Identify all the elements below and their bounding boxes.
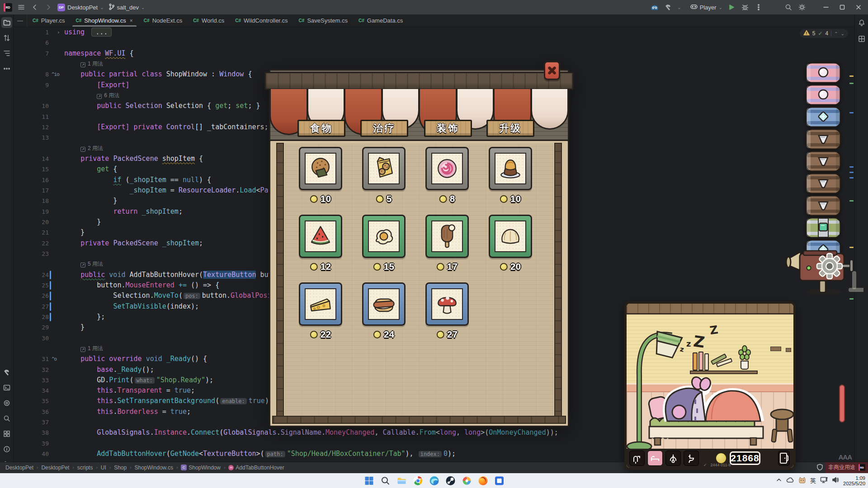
shop-item-cheese[interactable]	[299, 282, 342, 326]
project-widget[interactable]: DP DesktopPet ⌄	[57, 4, 104, 11]
taskbar-tsearch-icon[interactable]	[380, 475, 391, 487]
left-rail-target-icon[interactable]	[1, 398, 12, 408]
breadcrumb-item[interactable]: C ShopWindow	[181, 465, 221, 471]
breadcrumb-item[interactable]: m AddTabButtonHover	[228, 465, 284, 471]
file-tab-gamedata-cs[interactable]: C#GameData.cs	[353, 14, 408, 27]
chest-blue[interactable]	[805, 106, 842, 130]
shop-tab-4[interactable]: 升级	[486, 120, 534, 137]
file-tab-world-cs[interactable]: C#World.cs	[188, 14, 230, 27]
gutter-override-icon[interactable]: ^o	[52, 354, 57, 364]
godot-editor-icon[interactable]	[650, 3, 659, 12]
shop-item-cookie-bag[interactable]	[362, 147, 406, 190]
chest-pink[interactable]	[805, 62, 842, 85]
left-rail-search-icon[interactable]	[1, 413, 12, 424]
chest-brown[interactable]	[805, 128, 842, 152]
taskbar-chrome-icon[interactable]	[412, 475, 424, 487]
network-display-icon[interactable]	[820, 477, 828, 485]
chest-brown[interactable]	[805, 150, 842, 174]
taskbar-blueapp-icon[interactable]	[494, 475, 505, 487]
usage-count-label[interactable]: 1 用法	[88, 61, 103, 67]
taskbar-win-icon[interactable]	[363, 475, 375, 487]
shop-item-hotdog[interactable]	[362, 282, 406, 326]
shop-tab-3[interactable]: 装饰	[424, 120, 472, 137]
chest-brown[interactable]	[805, 195, 842, 218]
shop-tab-1[interactable]: 食物	[297, 120, 345, 137]
left-rail-folder-icon[interactable]	[1, 17, 12, 28]
shop-item-watermelon[interactable]	[299, 215, 342, 258]
usage-count-label[interactable]: 6 用法	[104, 92, 119, 99]
pet-tool-bed[interactable]	[647, 450, 663, 466]
journal-door-button[interactable]	[778, 450, 790, 466]
breadcrumb-item[interactable]: DesktopPet	[41, 465, 69, 471]
pet-tool-mailbox[interactable]	[629, 450, 645, 466]
taskbar-clock[interactable]: 1:09 2025/5/20	[843, 475, 865, 486]
file-tab-nodeext-cs[interactable]: C#NodeExt.cs	[138, 14, 188, 27]
license-badge[interactable]: 非商业用途 RD	[826, 462, 868, 473]
build-hammer-icon[interactable]	[664, 3, 673, 12]
next-problem-icon[interactable]: ⌄	[841, 31, 844, 36]
debug-button[interactable]	[741, 3, 750, 12]
taskbar-explorer-icon[interactable]	[396, 475, 407, 487]
onedrive-icon[interactable]	[786, 477, 794, 485]
breadcrumb-item[interactable]: scripts	[77, 465, 93, 471]
shop-item-pudding[interactable]	[489, 147, 532, 190]
main-menu-icon[interactable]	[17, 3, 26, 12]
usage-count-label[interactable]: 1 用法	[88, 345, 103, 352]
file-tab-savesystem-cs[interactable]: C#SaveSystem.cs	[293, 14, 353, 27]
shop-tab-2[interactable]: 治疗	[360, 120, 408, 137]
window-minimize-button[interactable]	[820, 2, 832, 12]
left-rail-build-icon[interactable]	[1, 428, 12, 439]
close-tab-icon[interactable]: ×	[130, 18, 133, 24]
taskbar-edge-icon[interactable]	[429, 475, 440, 487]
settings-gear-icon[interactable]	[797, 3, 807, 12]
shop-item-popsicle[interactable]	[425, 215, 469, 258]
pet-tray-icon[interactable]	[798, 476, 806, 485]
window-maximize-button[interactable]	[836, 2, 848, 12]
taskbar-firefox-icon[interactable]	[477, 475, 489, 487]
breadcrumb-item[interactable]: ShopWindow.cs	[135, 465, 173, 471]
inspections-widget[interactable]: 5 ✓ 4 ⌃ ⌄	[800, 29, 848, 38]
breadcrumb-item[interactable]: DesktopPet	[5, 465, 33, 471]
taskbar-photos-icon[interactable]	[461, 475, 472, 487]
left-rail-hammer-icon[interactable]	[1, 367, 12, 378]
usage-count-label[interactable]: 2 用法	[88, 145, 103, 151]
gutter-override-icon[interactable]: ^io	[52, 69, 59, 80]
shop-item-cream-puff[interactable]	[362, 215, 406, 258]
file-tab-player-cs[interactable]: C#Player.cs	[27, 14, 71, 27]
chest-pink[interactable]	[805, 84, 842, 108]
run-config-widget[interactable]: Player ⌄	[690, 4, 722, 11]
forward-icon[interactable]	[44, 3, 53, 12]
branch-widget[interactable]: salt_dev ⌄	[108, 3, 145, 12]
prev-problem-icon[interactable]: ⌃	[834, 31, 838, 36]
back-icon[interactable]	[30, 3, 39, 12]
chest-green[interactable]	[805, 217, 842, 240]
pet-tool-toilet[interactable]	[684, 450, 699, 466]
volume-icon[interactable]	[832, 477, 839, 485]
more-actions-icon[interactable]	[754, 3, 763, 12]
run-button[interactable]	[727, 3, 736, 12]
left-rail-info-icon[interactable]	[1, 444, 12, 455]
left-rail-more-icon[interactable]	[1, 63, 12, 74]
shop-item-rice-cracker[interactable]	[299, 147, 342, 190]
breadcrumb-item[interactable]: Shop	[114, 465, 127, 471]
sleeping-pet[interactable]	[654, 366, 768, 432]
pet-tool-chandelier[interactable]	[665, 450, 681, 466]
fold-arrow-icon[interactable]: ›	[57, 27, 60, 38]
tabstrip-lead[interactable]: —	[14, 14, 27, 27]
right-rail-bell-icon[interactable]	[856, 17, 867, 28]
tray-expand-icon[interactable]	[776, 477, 782, 485]
left-rail-terminal-icon[interactable]	[1, 382, 12, 393]
window-close-button[interactable]	[853, 2, 864, 12]
chest-brown[interactable]	[805, 173, 842, 196]
file-tab-wildcontroller-cs[interactable]: C#WildController.cs	[230, 14, 293, 27]
shop-item-bread[interactable]	[489, 215, 532, 258]
shop-item-mushroom[interactable]	[425, 282, 469, 326]
breadcrumb-item[interactable]: UI	[101, 465, 106, 471]
shop-item-naruto-swirl[interactable]	[425, 147, 469, 190]
ime-indicator[interactable]: 英	[810, 477, 816, 485]
left-rail-commit-icon[interactable]	[1, 33, 12, 43]
file-tab-shopwindow-cs[interactable]: C#ShopWindow.cs×	[71, 14, 138, 27]
right-rail-grid-icon[interactable]	[856, 33, 867, 44]
search-everywhere-icon[interactable]	[784, 3, 793, 12]
pet-machine[interactable]	[784, 246, 863, 297]
